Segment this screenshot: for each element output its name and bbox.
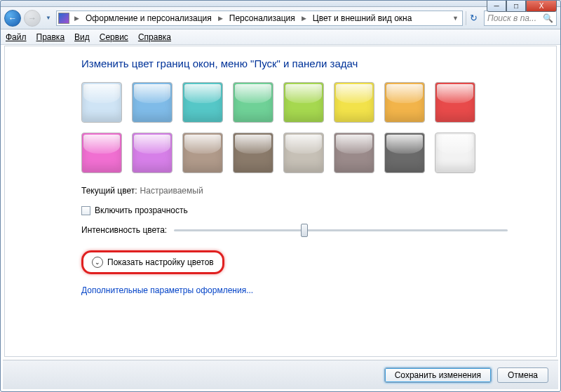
breadcrumb-appearance[interactable]: Оформление и персонализация <box>84 13 213 23</box>
color-swatches <box>81 82 502 173</box>
back-button[interactable]: ← <box>4 10 21 27</box>
transparency-row: Включить прозрачность <box>81 205 536 215</box>
color-swatch-8[interactable] <box>81 133 122 173</box>
advanced-appearance-link[interactable]: Дополнительные параметры оформления... <box>81 285 253 295</box>
color-swatch-6[interactable] <box>384 82 425 123</box>
color-swatch-9[interactable] <box>132 133 173 173</box>
transparency-label: Включить прозрачность <box>95 205 188 215</box>
menu-file[interactable]: Файл <box>6 32 27 42</box>
title-bar: ─ □ X <box>0 0 561 7</box>
refresh-button[interactable]: ↻ <box>466 11 481 25</box>
search-input[interactable]: Поиск в па... 🔍 <box>484 11 557 26</box>
menu-help[interactable]: Справка <box>138 32 171 42</box>
chevron-right-icon[interactable]: ▶ <box>216 15 225 22</box>
transparency-checkbox[interactable] <box>81 206 90 215</box>
color-swatch-7[interactable] <box>435 82 475 123</box>
control-panel-icon <box>58 13 69 24</box>
bottom-bar: Сохранить изменения Отмена <box>3 360 558 389</box>
menu-bar: Файл Правка Вид Сервис Справка <box>0 29 561 45</box>
chevron-right-icon[interactable]: ▶ <box>72 15 81 22</box>
color-swatch-13[interactable] <box>334 133 374 173</box>
breadcrumb-personalization[interactable]: Персонализация <box>228 13 297 23</box>
color-swatch-1[interactable] <box>132 82 173 123</box>
intensity-slider[interactable] <box>174 229 508 231</box>
chevron-down-icon[interactable]: ▼ <box>450 15 461 22</box>
color-swatch-0[interactable] <box>81 82 122 123</box>
menu-edit[interactable]: Правка <box>36 32 65 42</box>
nav-bar: ← → ▼ ▶ Оформление и персонализация ▶ Пе… <box>0 7 561 29</box>
intensity-slider-thumb[interactable] <box>301 224 308 237</box>
maximize-button[interactable]: □ <box>506 0 526 12</box>
address-bar[interactable]: ▶ Оформление и персонализация ▶ Персонал… <box>56 11 463 26</box>
forward-button: → <box>24 10 41 27</box>
intensity-row: Интенсивность цвета: <box>81 225 536 235</box>
color-swatch-15[interactable] <box>435 133 475 173</box>
color-swatch-2[interactable] <box>182 82 223 123</box>
cancel-button[interactable]: Отмена <box>497 367 548 383</box>
color-swatch-12[interactable] <box>283 133 324 173</box>
chevron-down-icon: ⌄ <box>92 257 103 268</box>
search-placeholder: Поиск в па... <box>487 13 536 23</box>
menu-tools[interactable]: Сервис <box>100 32 128 42</box>
nav-history-dropdown[interactable]: ▼ <box>43 11 53 25</box>
intensity-label: Интенсивность цвета: <box>81 225 167 235</box>
chevron-right-icon[interactable]: ▶ <box>299 15 309 22</box>
search-icon[interactable]: 🔍 <box>543 13 553 23</box>
menu-view[interactable]: Вид <box>74 32 90 42</box>
content-area: Изменить цвет границ окон, меню "Пуск" и… <box>0 45 561 296</box>
breadcrumb-color[interactable]: Цвет и внешний вид окна <box>311 13 414 23</box>
color-swatch-14[interactable] <box>384 133 425 173</box>
current-color-value: Настраиваемый <box>140 186 203 196</box>
current-color-label: Текущий цвет: <box>81 186 137 196</box>
show-color-mixer-expander[interactable]: ⌄ Показать настройку цветов <box>86 254 219 271</box>
color-swatch-4[interactable] <box>283 82 324 123</box>
window-controls: ─ □ X <box>487 0 557 12</box>
color-swatch-11[interactable] <box>233 133 273 173</box>
color-swatch-10[interactable] <box>182 133 223 173</box>
color-swatch-5[interactable] <box>334 82 374 123</box>
page-title: Изменить цвет границ окон, меню "Пуск" и… <box>81 58 536 69</box>
annotation-highlight: ⌄ Показать настройку цветов <box>81 250 224 274</box>
expander-label: Показать настройку цветов <box>107 257 214 267</box>
color-swatch-3[interactable] <box>233 82 273 123</box>
current-color-row: Текущий цвет: Настраиваемый <box>81 186 536 196</box>
close-button[interactable]: X <box>526 0 557 12</box>
minimize-button[interactable]: ─ <box>487 0 506 12</box>
save-button[interactable]: Сохранить изменения <box>384 367 492 383</box>
